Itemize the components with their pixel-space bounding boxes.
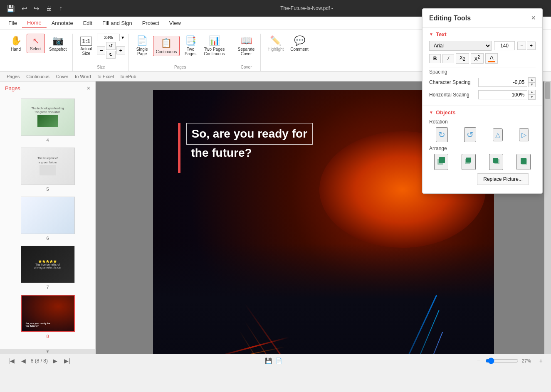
sub-continuous[interactable]: Continuous: [26, 74, 49, 79]
font-size-input[interactable]: [494, 41, 515, 50]
menu-file[interactable]: File: [3, 18, 22, 28]
objects-section-triangle: ▼: [429, 110, 433, 115]
horizontal-scaling-down[interactable]: ▼: [528, 95, 536, 100]
sub-to-excel[interactable]: to Excel: [98, 74, 114, 79]
first-page-button[interactable]: |◀: [7, 357, 16, 365]
ribbon-tools-buttons: ✋ Hand ↖ Select 📷 Snapshot: [7, 34, 69, 53]
highlight-button[interactable]: ✏️ Highlight: [265, 34, 286, 53]
doc-scrollbar[interactable]: [544, 81, 551, 354]
two-pages-button[interactable]: 📑 TwoPages: [181, 34, 200, 58]
ribbon-group-cover: 📖 SeparateCover Cover: [232, 34, 261, 71]
horizontal-scaling-label: Horizontal Scaling: [429, 92, 475, 98]
zoom-out-button[interactable]: −: [97, 46, 105, 54]
zoom-controls: ▼ − ↺ ↻ +: [97, 34, 125, 59]
zoom-buttons-row: − ↺ ↻ +: [97, 42, 125, 59]
hand-button[interactable]: ✋ Hand: [7, 34, 25, 53]
comment-button[interactable]: 💬 Comment: [288, 34, 311, 53]
save-icon[interactable]: 💾: [5, 4, 17, 13]
font-size-buttons: − +: [517, 42, 536, 50]
zoom-out-bottom-button[interactable]: −: [475, 357, 482, 365]
prev-page-button[interactable]: ◀: [20, 357, 27, 365]
zoom-slider[interactable]: [485, 357, 519, 364]
menu-annotate[interactable]: Annotate: [47, 18, 78, 28]
scroll-down-btn[interactable]: ▼: [0, 349, 95, 354]
bring-to-front-button[interactable]: [434, 154, 448, 170]
snapshot-icon: 📷: [52, 35, 64, 46]
snapshot-button[interactable]: 📷 Snapshot: [47, 34, 69, 53]
size-group-label: Size: [97, 65, 105, 69]
rotate-right-button[interactable]: ↻: [106, 51, 116, 59]
zoom-in-button[interactable]: +: [116, 46, 125, 54]
text-color-button[interactable]: A: [485, 53, 498, 64]
send-to-back-button[interactable]: [516, 154, 531, 170]
menu-fill-sign[interactable]: Fill and Sign: [97, 18, 137, 28]
horizontal-scaling-up[interactable]: ▲: [528, 90, 536, 95]
headline-text-2: the future?: [186, 146, 313, 160]
page-4-item[interactable]: The technologies leadingthe green revolu…: [3, 99, 92, 143]
undo-icon[interactable]: ↩: [20, 4, 29, 13]
editing-panel-close-button[interactable]: ×: [531, 14, 536, 22]
next-page-button[interactable]: ▶: [51, 357, 59, 365]
font-size-increase-button[interactable]: +: [527, 42, 536, 50]
rotate-cw-button[interactable]: ↻: [436, 127, 448, 142]
two-pages-cont-button[interactable]: 📊 Two PagesContinuous: [201, 34, 227, 58]
character-spacing-down[interactable]: ▼: [528, 82, 536, 87]
scrollbar-thumb[interactable]: [545, 82, 550, 99]
superscript-button[interactable]: X2: [471, 53, 484, 64]
page-6-item[interactable]: 6: [3, 197, 92, 241]
arrange-row: [429, 154, 536, 170]
horizontal-scaling-input[interactable]: [478, 90, 527, 99]
flip-horizontal-button[interactable]: △: [493, 128, 503, 141]
character-spacing-up[interactable]: ▲: [528, 77, 536, 82]
menu-edit[interactable]: Edit: [78, 18, 97, 28]
select-button[interactable]: ↖ Select: [27, 34, 45, 53]
redo-icon[interactable]: ↪: [32, 4, 41, 13]
headline-box[interactable]: So, are you ready for: [186, 123, 313, 145]
subscript-button[interactable]: X2: [456, 53, 469, 63]
separate-cover-button[interactable]: 📖 SeparateCover: [235, 34, 257, 58]
bold-button[interactable]: B: [429, 54, 441, 63]
sub-cover[interactable]: Cover: [56, 74, 68, 79]
page-7-item[interactable]: ⭐⭐⭐⭐⭐The five benefits ofdriving an elec…: [3, 246, 92, 290]
zoom-dropdown-icon[interactable]: ▼: [121, 35, 125, 40]
menu-protect[interactable]: Protect: [137, 18, 164, 28]
sub-to-epub[interactable]: to ePub: [121, 74, 136, 79]
zoom-input[interactable]: [97, 34, 120, 41]
share-icon[interactable]: ↑: [57, 4, 64, 13]
character-spacing-input[interactable]: [478, 78, 527, 87]
last-page-button[interactable]: ▶|: [62, 357, 72, 365]
flip-vertical-button[interactable]: ▷: [519, 128, 529, 141]
replace-picture-button[interactable]: Replace Picture...: [477, 173, 529, 185]
sub-to-word[interactable]: to Word: [75, 74, 91, 79]
horizontal-scaling-row: Horizontal Scaling ▲ ▼: [429, 90, 536, 100]
menu-home[interactable]: Home: [22, 18, 47, 28]
text-section-triangle: ▼: [429, 32, 433, 37]
save-icon-bottom[interactable]: 💾: [265, 357, 272, 364]
rotate-left-button[interactable]: ↺: [106, 42, 116, 50]
panel-header: Pages ×: [0, 81, 95, 95]
print-icon[interactable]: 🖨: [44, 4, 54, 13]
font-select[interactable]: Arial Times New Roman Helvetica: [429, 41, 492, 51]
panel-close-button[interactable]: ×: [87, 85, 90, 91]
single-page-button[interactable]: 📄 SinglePage: [133, 34, 151, 58]
font-size-decrease-button[interactable]: −: [517, 42, 526, 50]
page-5-item[interactable]: The blueprint ofa green future 5: [3, 148, 92, 192]
bring-forward-button[interactable]: [462, 154, 476, 170]
format-row: B / X2 X2 A: [429, 53, 536, 64]
copy-icon-bottom[interactable]: 📄: [275, 357, 282, 364]
italic-button[interactable]: /: [442, 54, 454, 63]
continuous-button[interactable]: 📋 Continuous: [153, 36, 180, 56]
zoom-in-bottom-button[interactable]: +: [538, 357, 544, 365]
actual-size-button[interactable]: 1:1 ActualSize: [77, 35, 95, 57]
page-8-item[interactable]: So, are you ready forthe future? 8: [3, 295, 92, 339]
two-pages-icon: 📑: [185, 35, 196, 46]
sub-pages[interactable]: Pages: [7, 74, 20, 79]
send-backward-button[interactable]: [489, 154, 503, 170]
text-section-divider: [429, 67, 536, 67]
menu-view[interactable]: View: [164, 18, 186, 28]
svg-rect-9: [521, 159, 527, 165]
page-4-text: The technologies leadingthe green revolu…: [30, 105, 66, 130]
rotate-ccw-button[interactable]: ↺: [464, 127, 476, 142]
page-5-num: 5: [46, 187, 49, 192]
comment-icon: 💬: [294, 35, 305, 46]
